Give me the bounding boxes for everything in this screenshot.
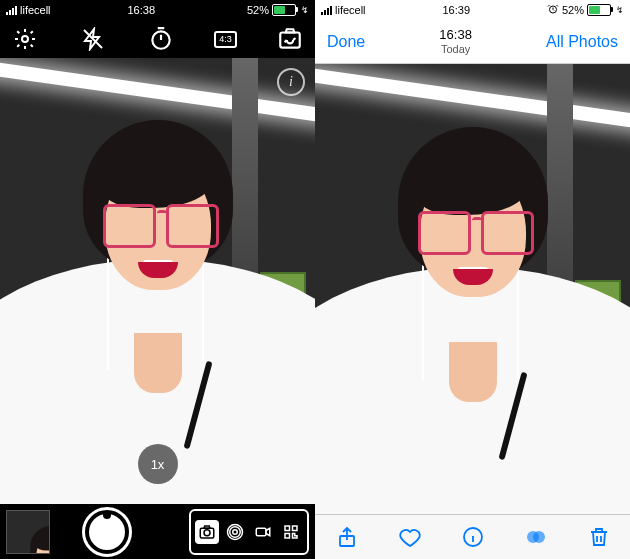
favorite-heart-icon[interactable] [398, 525, 422, 549]
zoom-level-button[interactable]: 1x [138, 444, 178, 484]
status-bar-right: lifecell 16:39 52% ↯ [315, 0, 630, 20]
last-photo-thumbnail[interactable] [6, 510, 50, 554]
trash-icon[interactable] [587, 525, 611, 549]
photo-mode-icon[interactable] [195, 520, 219, 544]
carrier-label: lifecell [335, 4, 366, 16]
charging-icon: ↯ [616, 5, 624, 15]
svg-point-7 [233, 529, 238, 534]
svg-point-1 [22, 36, 28, 42]
camera-bottom-bar [0, 504, 315, 559]
all-photos-button[interactable]: All Photos [546, 33, 618, 51]
shutter-button[interactable] [82, 507, 132, 557]
capture-mode-switcher [189, 509, 309, 555]
photo-view[interactable] [315, 64, 630, 515]
battery-icon [587, 4, 611, 16]
battery-pct: 52% [562, 4, 584, 16]
svg-point-6 [204, 529, 210, 535]
live-mode-icon[interactable] [223, 520, 247, 544]
camera-app-screen: lifecell 16:38 52% ↯ 4:3 [0, 0, 315, 559]
aspect-ratio-button[interactable]: 4:3 [214, 31, 237, 48]
camera-top-toolbar: 4:3 [0, 20, 315, 58]
signal-bars-icon [321, 6, 332, 15]
svg-point-18 [533, 531, 545, 543]
filter-overlap-icon[interactable] [524, 525, 548, 549]
photos-nav-bar: Done 16:38 Today All Photos [315, 20, 630, 64]
info-circle-icon[interactable] [461, 525, 485, 549]
status-time: 16:39 [443, 4, 471, 16]
charging-icon: ↯ [301, 5, 309, 15]
status-bar-left: lifecell 16:38 52% ↯ [0, 0, 315, 20]
alarm-icon [547, 3, 559, 17]
photo-image [315, 64, 630, 515]
alarm-icon [232, 3, 244, 17]
photos-bottom-toolbar [315, 514, 630, 559]
share-icon[interactable] [335, 525, 359, 549]
nav-title: 16:38 Today [439, 27, 472, 57]
selfie-preview-image [0, 58, 315, 504]
nav-subtitle: Today [439, 42, 472, 57]
svg-rect-11 [285, 526, 290, 531]
qr-mode-icon[interactable] [279, 520, 303, 544]
info-icon[interactable]: i [277, 68, 305, 96]
svg-rect-10 [256, 528, 266, 536]
status-time: 16:38 [128, 4, 156, 16]
settings-gear-icon[interactable] [10, 24, 40, 54]
battery-pct: 52% [247, 4, 269, 16]
signal-bars-icon [6, 6, 17, 15]
flash-off-icon[interactable] [78, 24, 108, 54]
done-button[interactable]: Done [327, 33, 365, 51]
svg-rect-13 [285, 533, 290, 538]
timer-icon[interactable] [146, 24, 176, 54]
svg-rect-12 [292, 526, 297, 531]
camera-viewfinder[interactable]: i 1x [0, 58, 315, 504]
nav-time-label: 16:38 [439, 27, 472, 42]
svg-point-8 [230, 526, 241, 537]
photos-preview-screen: lifecell 16:39 52% ↯ Done 16:38 Today Al… [315, 0, 630, 559]
video-mode-icon[interactable] [251, 520, 275, 544]
svg-rect-4 [280, 33, 300, 48]
switch-camera-icon[interactable] [275, 24, 305, 54]
battery-icon [272, 4, 296, 16]
carrier-label: lifecell [20, 4, 51, 16]
